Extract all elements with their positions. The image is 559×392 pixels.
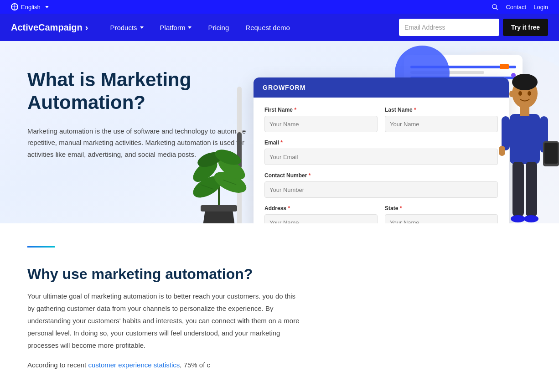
svg-rect-18 — [201, 205, 237, 211]
divider-line — [27, 246, 55, 248]
first-name-group: First Name * — [264, 107, 378, 132]
try-it-free-button[interactable]: Try it free — [503, 19, 548, 36]
state-label: State * — [385, 205, 498, 211]
svg-point-17 — [509, 91, 514, 97]
last-name-label: Last Name * — [385, 107, 498, 113]
logo-arrow: › — [85, 22, 88, 33]
contact-group: Contact Number * — [264, 172, 498, 198]
svg-point-14 — [524, 215, 538, 222]
state-input[interactable] — [385, 214, 498, 223]
svg-rect-4 — [510, 114, 540, 164]
chevron-down-icon — [45, 6, 49, 8]
logo[interactable]: ActiveCampaign › — [11, 22, 88, 33]
section-description: Your ultimate goal of marketing automati… — [27, 290, 301, 351]
email-row: Email * — [264, 139, 498, 165]
svg-rect-12 — [526, 162, 537, 217]
nav-request-demo[interactable]: Request demo — [238, 14, 297, 41]
first-name-input[interactable] — [264, 116, 378, 132]
address-group: Address * — [264, 205, 378, 223]
nav-pricing[interactable]: Pricing — [201, 14, 236, 41]
plant-illustration — [182, 137, 255, 223]
hero-title: What is Marketing Automation? — [27, 68, 255, 114]
growform-card: GROWFORM First Name * Last Name * — [254, 77, 509, 223]
person-illustration — [491, 68, 559, 223]
email-label: Email * — [264, 139, 498, 146]
section-title: Why use marketing automation? — [27, 266, 532, 283]
language-selector[interactable]: English — [11, 3, 49, 10]
first-name-label: First Name * — [264, 107, 378, 113]
address-label: Address * — [264, 205, 378, 211]
main-nav: Products Platform Pricing Request demo — [103, 14, 399, 41]
login-link[interactable]: Login — [533, 4, 548, 10]
hero-section: What is Marketing Automation? Marketing … — [0, 41, 559, 223]
svg-point-16 — [528, 91, 531, 96]
state-group: State * — [385, 205, 498, 223]
growform-body: First Name * Last Name * Email * — [254, 98, 509, 223]
svg-rect-8 — [544, 143, 558, 164]
top-bar-right: Contact Login — [491, 3, 548, 10]
svg-point-15 — [518, 91, 522, 96]
language-label: English — [21, 4, 41, 10]
email-input[interactable] — [399, 19, 499, 36]
last-name-group: Last Name * — [385, 107, 498, 132]
svg-point-3 — [512, 74, 538, 90]
address-input[interactable] — [264, 214, 378, 223]
svg-rect-5 — [520, 106, 529, 116]
svg-point-0 — [492, 5, 497, 9]
chevron-down-icon — [140, 26, 144, 29]
contact-label: Contact Number * — [264, 172, 498, 179]
contact-input[interactable] — [264, 181, 498, 198]
name-row: First Name * Last Name * — [264, 107, 498, 132]
address-state-row: Address * State * — [264, 205, 498, 223]
svg-rect-9 — [502, 116, 510, 150]
nav-bar: ActiveCampaign › Products Platform Prici… — [0, 14, 559, 41]
svg-line-1 — [496, 8, 498, 10]
svg-point-13 — [511, 215, 525, 222]
content-section: Why use marketing automation? Your ultim… — [0, 223, 559, 392]
globe-icon — [11, 3, 18, 10]
logo-text: ActiveCampaign — [11, 22, 83, 33]
svg-rect-10 — [499, 146, 505, 156]
chevron-down-icon — [188, 26, 192, 29]
contact-link[interactable]: Contact — [506, 4, 526, 10]
section-description-2: According to recent customer experience … — [27, 359, 301, 371]
growform-header: GROWFORM — [254, 77, 509, 98]
contact-row: Contact Number * — [264, 172, 498, 198]
nav-platform[interactable]: Platform — [153, 14, 199, 41]
stats-link[interactable]: customer experience statistics — [88, 361, 180, 369]
top-bar: English Contact Login — [0, 0, 559, 14]
svg-rect-11 — [512, 162, 524, 217]
email-group: Email * — [264, 139, 498, 165]
nav-cta: Try it free — [399, 19, 548, 36]
nav-products[interactable]: Products — [103, 14, 150, 41]
email-input-form[interactable] — [264, 149, 498, 165]
last-name-input[interactable] — [385, 116, 498, 132]
search-icon[interactable] — [491, 3, 498, 10]
